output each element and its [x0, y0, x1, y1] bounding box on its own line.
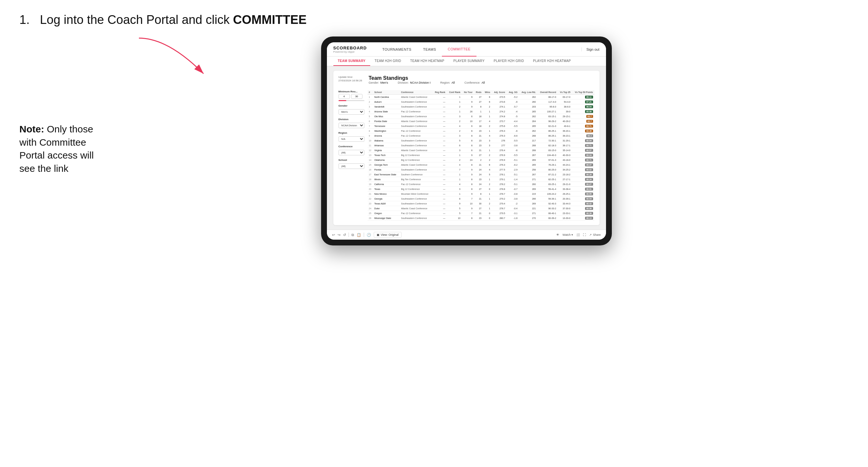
division-select[interactable]: NCAA Division I NCAA Division II NCAA Di… — [339, 123, 364, 128]
cell-rnds: 21 — [474, 148, 483, 153]
cell-adj-score: 276.3 — [491, 128, 506, 133]
cell-vs-top50: 80.38 — [572, 211, 594, 216]
cell-overall: 92-40-3 — [537, 201, 558, 206]
cell-school: Georgia Tech — [373, 162, 400, 167]
cell-avg-low: 262 — [519, 114, 537, 119]
subnav-player-h2h-grid[interactable]: PLAYER H2H GRID — [489, 57, 528, 66]
gender-select[interactable]: Men's Women's — [339, 109, 364, 115]
copy-icon[interactable]: ⧉ — [351, 233, 354, 237]
subnav-team-summary[interactable]: TEAM SUMMARY — [333, 57, 370, 66]
cell-vs-top25: 63-17-0 — [558, 95, 572, 99]
cell-no-tour: 6 — [462, 114, 473, 119]
subnav-team-h2h-grid[interactable]: TEAM H2H GRID — [370, 57, 406, 66]
cell-avg-low: 221 — [519, 206, 537, 211]
cell-school: Washington — [373, 128, 400, 133]
table-row: 16 Florida Southeastern Conference — 7 9… — [368, 167, 594, 172]
cell-vs-top25: 33-44-3 — [558, 201, 572, 206]
cell-conf-rank: 5 — [446, 211, 462, 216]
nav-tournaments[interactable]: TOURNAMENTS — [376, 42, 417, 57]
cell-avg-sg: -5.2 — [506, 95, 519, 99]
cell-conference: Southeastern Conference — [400, 114, 433, 119]
school-select[interactable]: (All) — [339, 163, 364, 169]
cell-vs-top25: 44-24-1 — [558, 162, 572, 167]
cell-avg-low: 268 — [519, 143, 537, 148]
cell-no-tour: 8 — [462, 138, 473, 143]
cell-avg-sg: -4 — [506, 109, 519, 114]
conference-select[interactable]: (All) — [339, 150, 364, 155]
cell-school: Oklahoma — [373, 158, 400, 162]
cell-conference: Atlantic Coast Conference — [400, 95, 433, 99]
cell-conference: Big Ten Conference — [400, 177, 433, 182]
paste-icon[interactable]: 📋 — [356, 233, 361, 237]
region-select[interactable]: N/A All — [339, 136, 364, 142]
cell-conf-rank: 1 — [446, 109, 462, 114]
cell-adj-score: 278.1 — [491, 172, 506, 177]
cell-adj-score: 276.3 — [491, 133, 506, 138]
cell-avg-low: 217 — [519, 138, 537, 143]
table-row: 24 Duke Atlantic Coast Conference — 5 9 … — [368, 206, 594, 211]
cell-rank: 18 — [368, 177, 373, 182]
cell-vs-top50: 83.49 — [572, 128, 594, 133]
col-adj-score: Adj. Score — [491, 90, 506, 95]
cell-conference: Southeastern Conference — [400, 167, 433, 172]
cell-conf-rank: 4 — [446, 182, 462, 187]
cell-avg-sg: -5.5 — [506, 153, 519, 158]
watch-button[interactable]: Watch ▾ — [562, 233, 573, 237]
cell-conference: Atlantic Coast Conference — [400, 148, 433, 153]
share-button[interactable]: ↗ Share — [589, 233, 600, 237]
cell-no-tour: 24 — [462, 158, 473, 162]
table-row: 14 Oklahoma Big 12 Conference — 2 24 2 2… — [368, 158, 594, 162]
cell-avg-low: 267 — [519, 172, 537, 177]
min-rounds-min-input[interactable] — [339, 94, 350, 99]
cell-wins: 1 — [483, 148, 491, 153]
cell-rnds: 27 — [474, 95, 483, 99]
table-row: 21 New Mexico Mountain West Conference —… — [368, 191, 594, 196]
cell-vs-top25: 10-30-0 — [558, 216, 572, 221]
cell-school: Duke — [373, 206, 400, 211]
cell-school: East Tennessee State — [373, 172, 400, 177]
undo-icon[interactable]: ↩ — [332, 233, 335, 237]
cell-overall: 63-15-1 — [537, 114, 558, 119]
cell-rank: 12 — [368, 148, 373, 153]
cell-school: Texas Tech — [373, 153, 400, 158]
sign-out-link[interactable]: Sign out — [582, 48, 599, 51]
cell-rnds: 23 — [474, 138, 483, 143]
table-row: 22 Georgia Southeastern Conference — 8 7… — [368, 196, 594, 201]
gender-filter: Gender: Men's — [369, 81, 388, 84]
min-rounds-max-input[interactable] — [351, 94, 363, 99]
toolbar-icon-2[interactable]: ⬜ — [576, 233, 580, 237]
cell-overall: 88-17-0 — [537, 95, 558, 99]
cell-rank: 8 — [368, 128, 373, 133]
table-row: 17 East Tennessee State Southern Confere… — [368, 172, 594, 177]
view-original-button[interactable]: ▣ View: Original — [374, 232, 402, 238]
cell-vs-top50: 80.13 — [572, 216, 594, 221]
slider-track[interactable] — [339, 100, 364, 101]
nav-committee[interactable]: COMMITTEE — [442, 42, 476, 57]
cell-rank: 6 — [368, 119, 373, 124]
cell-conf-rank: 5 — [446, 206, 462, 211]
redo-icon[interactable]: ↪ — [338, 233, 340, 237]
standings-title: Team Standings — [369, 75, 485, 81]
cell-adj-score: 278.8 — [491, 187, 506, 191]
fullscreen-icon[interactable]: ⛶ — [583, 233, 586, 237]
instruction-text: 1. Log into the Coach Portal and click C… — [20, 13, 848, 27]
cell-no-tour: 9 — [462, 104, 473, 109]
table-row: 2 Auburn Southeastern Conference — 1 9 2… — [368, 99, 594, 104]
subnav-player-h2h-heatmap[interactable]: PLAYER H2H HEATMAP — [528, 57, 575, 66]
cell-no-tour: 9 — [462, 167, 473, 172]
refresh-icon[interactable]: ↺ — [343, 233, 346, 237]
cell-no-tour: 9 — [462, 191, 473, 196]
cell-school: Arizona — [373, 133, 400, 138]
clock-icon[interactable]: 🕐 — [367, 233, 371, 237]
nav-teams[interactable]: TEAMS — [417, 42, 442, 57]
cell-reg-rank: — — [433, 158, 447, 162]
subnav-player-summary[interactable]: PLAYER SUMMARY — [449, 57, 489, 66]
cell-wins: 0 — [483, 187, 491, 191]
cell-avg-sg: -5.5 — [506, 138, 519, 143]
subnav-team-h2h-heatmap[interactable]: TEAM H2H HEATMAP — [406, 57, 449, 66]
cell-no-tour: 8 — [462, 182, 473, 187]
cell-wins: 0 — [483, 211, 491, 216]
cell-vs-top25: 29-15-1 — [558, 114, 572, 119]
cell-reg-rank: — — [433, 143, 447, 148]
cell-no-tour: 8 — [462, 177, 473, 182]
